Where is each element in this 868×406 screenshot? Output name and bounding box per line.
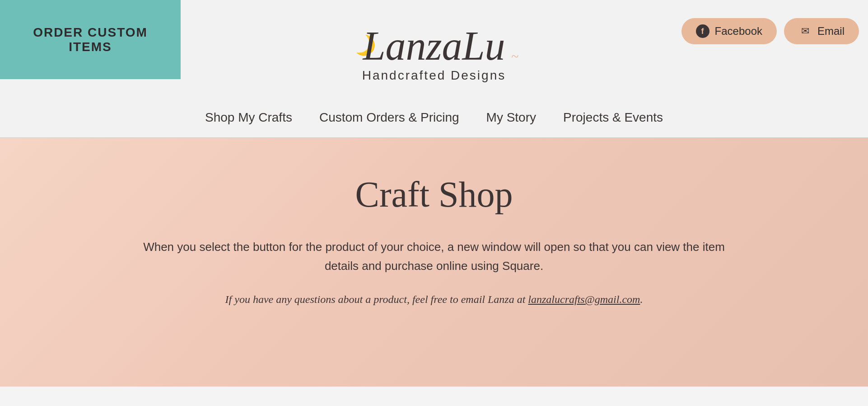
email-label: Email (817, 25, 845, 38)
note-prefix: If you have any questions about a produc… (225, 293, 528, 305)
craft-shop-note: If you have any questions about a produc… (225, 293, 643, 306)
main-navigation: Shop My Crafts Custom Orders & Pricing M… (0, 99, 868, 138)
nav-shop-my-crafts[interactable]: Shop My Crafts (205, 110, 292, 125)
logo-tagline: Handcrafted Designs (362, 68, 506, 83)
craft-shop-description: When you select the button for the produ… (140, 238, 728, 275)
swirl-right-decoration: ~ (511, 49, 518, 64)
main-content: Craft Shop When you select the button fo… (0, 138, 868, 387)
nav-my-story[interactable]: My Story (486, 110, 536, 125)
nav-custom-orders-pricing[interactable]: Custom Orders & Pricing (319, 110, 459, 125)
email-icon: ✉ (798, 26, 812, 37)
facebook-icon: f (696, 24, 709, 38)
site-logo: LanzaLu (363, 26, 505, 66)
craft-shop-title: Craft Shop (355, 174, 513, 215)
facebook-button[interactable]: f Facebook (681, 18, 777, 44)
email-button[interactable]: ✉ Email (784, 18, 859, 44)
logo-area: 🌙 LanzaLu ~ Handcrafted Designs (362, 26, 506, 83)
order-custom-items-button[interactable]: ORDER CUSTOM ITEMS (0, 0, 181, 79)
contact-email-link[interactable]: lanzalucrafts@gmail.com (528, 293, 640, 305)
header: ORDER CUSTOM ITEMS 🌙 LanzaLu ~ Handcraft… (0, 0, 868, 99)
note-suffix: . (640, 293, 643, 305)
social-buttons: f Facebook ✉ Email (681, 18, 868, 44)
nav-projects-events[interactable]: Projects & Events (563, 110, 663, 125)
logo-wrapper: 🌙 LanzaLu ~ (363, 26, 505, 66)
facebook-label: Facebook (715, 25, 762, 38)
